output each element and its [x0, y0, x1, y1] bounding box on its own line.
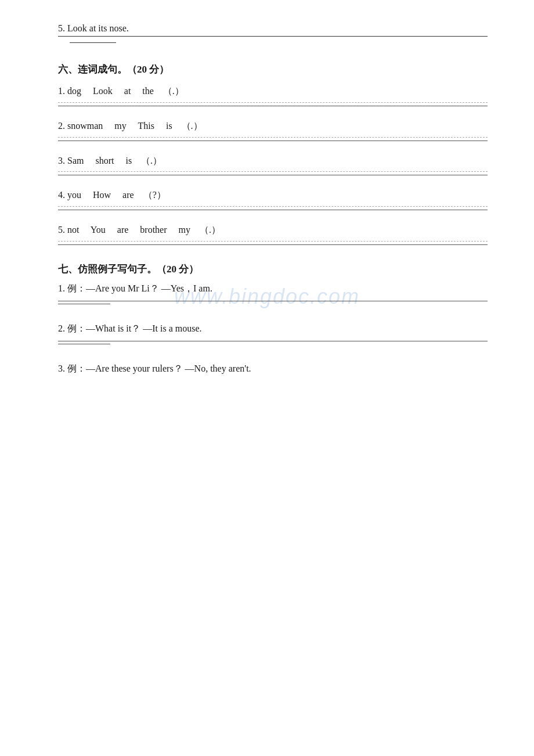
section-7: 七、仿照例子写句子。（20 分） 1. 例：—Are you Mr Li？ —Y…: [58, 262, 488, 375]
answer-short-line: [70, 42, 116, 43]
section-6-item-2: 2. snowman my This is （.）: [58, 118, 488, 141]
dashed-line-3: [58, 171, 488, 172]
section-7-item-3: 3. 例：—Are these your rulers？ —No, they a…: [58, 363, 488, 375]
solid-line-1: [58, 106, 488, 106]
dashed-line-5: [58, 241, 488, 242]
top-item-5: 5. Look at its nose.: [58, 23, 488, 43]
section-6-item-5-lines: [58, 241, 488, 245]
answer-long-line: [58, 36, 488, 37]
section-7-item-1-example: 1. 例：—Are you Mr Li？ —Yes，I am.: [58, 283, 488, 295]
section-6-item-4-text: 4. you How are （?）: [58, 187, 488, 204]
section-6-item-1-lines: [58, 102, 488, 106]
section-7-item-2-lines: [58, 341, 488, 344]
full-answer-line-1: [58, 301, 488, 301]
section-6-header: 六、连词成句。（20 分）: [58, 63, 488, 76]
solid-line-5: [58, 244, 488, 245]
section-6-item-3-lines: [58, 171, 488, 175]
section-6-item-3-text: 3. Sam short is （.）: [58, 153, 488, 170]
dashed-line-1: [58, 102, 488, 103]
section-7-item-2-example: 2. 例：—What is it？ —It is a mouse.: [58, 323, 488, 335]
section-6-item-1-text: 1. dog Look at the （.）: [58, 83, 488, 100]
section-6-item-5: 5. not You are brother my （.）: [58, 222, 488, 245]
short-answer-line-1: [58, 304, 110, 304]
solid-line-2: [58, 141, 488, 141]
dashed-line-2: [58, 137, 488, 138]
section-6-item-2-lines: [58, 137, 488, 141]
solid-line-3: [58, 175, 488, 175]
section-7-item-1-lines: [58, 301, 488, 304]
top-item-5-text: 5. Look at its nose.: [58, 23, 488, 34]
section-7-item-1: 1. 例：—Are you Mr Li？ —Yes，I am.: [58, 283, 488, 304]
top-answer-lines: [58, 36, 488, 37]
section-6-item-4: 4. you How are （?）: [58, 187, 488, 210]
section-6-item-1: 1. dog Look at the （.）: [58, 83, 488, 106]
full-answer-line-2: [58, 341, 488, 341]
section-6: 六、连词成句。（20 分） 1. dog Look at the （.） 2. …: [58, 63, 488, 245]
section-6-item-4-lines: [58, 206, 488, 210]
short-answer-line-2: [58, 344, 110, 344]
section-6-item-5-text: 5. not You are brother my （.）: [58, 222, 488, 239]
section-7-item-2: 2. 例：—What is it？ —It is a mouse.: [58, 323, 488, 344]
section-7-header: 七、仿照例子写句子。（20 分）: [58, 262, 488, 276]
section-7-item-3-example: 3. 例：—Are these your rulers？ —No, they a…: [58, 363, 488, 375]
dashed-line-4: [58, 206, 488, 207]
section-6-item-2-text: 2. snowman my This is （.）: [58, 118, 488, 135]
solid-line-4: [58, 210, 488, 210]
section-6-item-3: 3. Sam short is （.）: [58, 153, 488, 176]
